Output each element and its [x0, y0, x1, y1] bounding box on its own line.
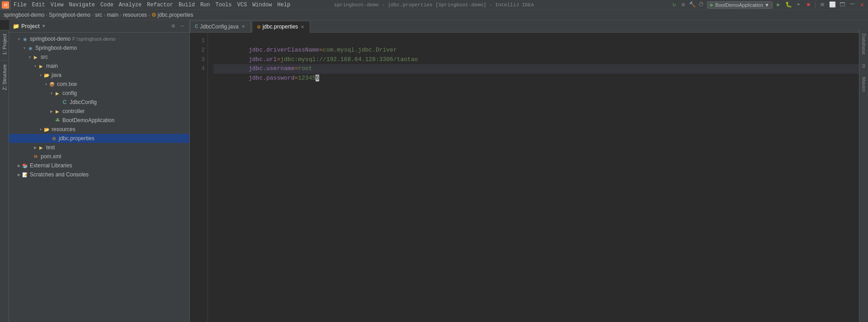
toolbar-minimize-btn[interactable]: — — [848, 0, 856, 8]
breadcrumb-item-6[interactable]: jdbc.properties — [158, 12, 193, 18]
toolbar-debug-btn[interactable]: 🐛 — [784, 1, 793, 9]
menu-edit[interactable]: Edit — [29, 0, 48, 10]
prop-val-1: com.mysql.jdbc.Driver — [323, 47, 397, 53]
module-icon: ◉ — [27, 45, 33, 51]
tree-label-boot-demo: BootDemoApplication — [62, 117, 114, 123]
left-panel-tab-structure[interactable]: Z: Structure — [1, 60, 8, 94]
project-gear-icon[interactable]: ⚙ — [170, 23, 177, 30]
tree-arrow-module: ▾ — [22, 45, 27, 51]
breadcrumb: springboot-demo › Springboot-demo › src … — [0, 10, 868, 20]
menu-file[interactable]: File — [11, 0, 29, 10]
toolbar-layout-btn[interactable]: ⊞ — [818, 1, 826, 9]
window-title: springboot-demo - jdbc.properties [Sprin… — [334, 2, 534, 8]
tree-label-jdbc-config: JdbcConfig — [70, 99, 97, 105]
menu-run[interactable]: Run — [198, 0, 213, 10]
tree-label-jdbc-properties: jdbc.properties — [59, 135, 94, 142]
left-panel-tab-project[interactable]: 1: Project — [1, 30, 8, 58]
breadcrumb-item-1[interactable]: springboot-demo — [4, 12, 44, 18]
menu-window[interactable]: Window — [250, 0, 274, 10]
tab-close-jdbc-config[interactable]: ✕ — [241, 24, 246, 29]
text-cursor: 6 — [316, 75, 319, 81]
breadcrumb-sep-3: › — [104, 12, 105, 18]
tree-arrow-src: ▾ — [27, 54, 33, 60]
tree-item-main[interactable]: ▾ ▶ main — [9, 62, 189, 71]
tab-jdbc-config[interactable]: C JdbcConfig.java ✕ — [190, 20, 251, 32]
tree-label-resources: resources — [52, 126, 75, 133]
toolbar-icon-hammer[interactable]: 🔨 — [688, 1, 696, 9]
left-panel-tabs: 1: Project Z: Structure — [0, 30, 9, 322]
breadcrumb-item-3[interactable]: src — [95, 12, 102, 18]
toolbar-restore-btn[interactable]: ⬜ — [828, 1, 836, 9]
tree-item-java[interactable]: ▾ 📂 java — [9, 71, 189, 80]
folder-icon-src: ▶ — [33, 54, 39, 60]
tree-item-controller[interactable]: ▶ ▶ controller — [9, 107, 189, 116]
tree-item-jdbc-config[interactable]: ▾ C JdbcConfig — [9, 98, 189, 107]
code-editor[interactable]: jdbc.driverClassName=com.mysql.jdbc.Driv… — [208, 33, 868, 322]
tab-jdbc-properties[interactable]: ⚙ jdbc.properties ✕ — [252, 21, 311, 33]
tab-label-jdbc-properties: jdbc.properties — [263, 24, 298, 30]
boot-icon: ☘ — [54, 117, 61, 123]
properties-icon: ⚙ — [51, 135, 57, 142]
tree-item-pom-xml[interactable]: ▾ M pom.xml — [9, 152, 189, 161]
tree-item-jdbc-properties[interactable]: ▾ ⚙ jdbc.properties — [9, 134, 189, 143]
tree-item-springboot-demo[interactable]: ▾ ◉ springboot-demo F:\springboot-demo — [9, 34, 189, 43]
breadcrumb-icon: ⚙ — [151, 12, 156, 18]
prop-eq-1: = — [319, 47, 323, 53]
app-icon: IJ — [2, 1, 9, 9]
toolbar-icon-refresh[interactable]: ↻ — [670, 1, 678, 9]
folder-icon: 📁 — [13, 23, 19, 29]
code-line-1: jdbc.driverClassName=com.mysql.jdbc.Driv… — [213, 36, 863, 46]
line-num-1: 1 — [190, 36, 205, 46]
toolbar-icon-build[interactable]: ⚙ — [679, 1, 687, 9]
breadcrumb-item-5[interactable]: resources — [123, 12, 147, 18]
toolbar-icon-clock[interactable]: ⏱ — [697, 1, 705, 9]
tree-item-resources[interactable]: ▾ 📂 resources — [9, 125, 189, 134]
tree-item-boot-demo[interactable]: ▾ ☘ BootDemoApplication — [9, 116, 189, 125]
toolbar-coverage-btn[interactable]: ☂ — [794, 1, 802, 9]
breadcrumb-item-4[interactable]: main — [107, 12, 118, 18]
menu-build[interactable]: Build — [176, 0, 198, 10]
project-panel-header: 📁 Project ▼ ⚙ — — [9, 20, 189, 33]
project-label: Project — [21, 23, 40, 29]
tree-item-ext-libs[interactable]: ▶ 📚 External Libraries — [9, 161, 189, 170]
tree-label-ext-libs: External Libraries — [30, 162, 72, 169]
menu-code[interactable]: Code — [98, 0, 116, 10]
tree-item-src[interactable]: ▾ ▶ src — [9, 52, 189, 62]
folder-icon-config: ▶ — [54, 90, 61, 96]
right-panel-m[interactable]: m — [860, 60, 868, 71]
tree-arrow-main: ▾ — [33, 63, 38, 69]
toolbar-maximize-btn[interactable]: 🗖 — [838, 1, 846, 9]
tree-item-scratches[interactable]: ▶ 📝 Scratches and Consoles — [9, 170, 189, 179]
menu-refactor[interactable]: Refactor — [144, 0, 176, 10]
tree-item-config[interactable]: ▾ ▶ config — [9, 89, 189, 98]
tree-arrow-springboot-demo: ▾ — [16, 36, 22, 42]
toolbar-stop-btn[interactable]: ■ — [804, 1, 812, 9]
tree-label-test: test — [46, 144, 55, 151]
toolbar-run-btn[interactable]: ▶ — [774, 1, 783, 9]
menu-analyze[interactable]: Analyze — [116, 0, 144, 10]
right-panel-maven[interactable]: Maven — [860, 73, 868, 95]
tree-item-com-txw[interactable]: ▾ 📦 com.txw — [9, 80, 189, 89]
menu-left: IJ File Edit View Navigate Code Analyze … — [0, 0, 293, 10]
project-minimize-icon[interactable]: — — [179, 23, 186, 30]
run-config-dropdown[interactable]: ▶ BootDemoApplication ▼ — [707, 1, 773, 9]
menu-help[interactable]: Help — [274, 0, 293, 10]
line-numbers: 1 2 3 4 — [190, 33, 208, 322]
toolbar-close-btn[interactable]: ✕ — [858, 1, 866, 9]
tree-item-test[interactable]: ▶ ▶ test — [9, 143, 189, 152]
right-panel-database[interactable]: Database — [860, 30, 868, 58]
breadcrumb-sep-4: › — [120, 12, 122, 18]
menu-right: ↻ ⚙ 🔨 ⏱ ▶ BootDemoApplication ▼ ▶ 🐛 ☂ ■ … — [670, 0, 868, 10]
menu-tools[interactable]: Tools — [213, 0, 235, 10]
menu-navigate[interactable]: Navigate — [66, 0, 98, 10]
project-dropdown-arrow[interactable]: ▼ — [42, 24, 46, 28]
breadcrumb-item-2[interactable]: Springboot-demo — [49, 12, 90, 18]
folder-icon-main: ▶ — [38, 63, 44, 69]
tab-icon-jdbc-properties: ⚙ — [257, 24, 261, 29]
menu-vcs[interactable]: VCS — [235, 0, 250, 10]
menu-view[interactable]: View — [48, 0, 66, 10]
tree-path-springboot-demo: F:\springboot-demo — [72, 36, 115, 42]
tree-label-java: java — [52, 72, 61, 78]
tab-close-jdbc-properties[interactable]: ✕ — [300, 24, 305, 29]
tree-item-springboot-demo-module[interactable]: ▾ ◉ Springboot-demo — [9, 43, 189, 52]
